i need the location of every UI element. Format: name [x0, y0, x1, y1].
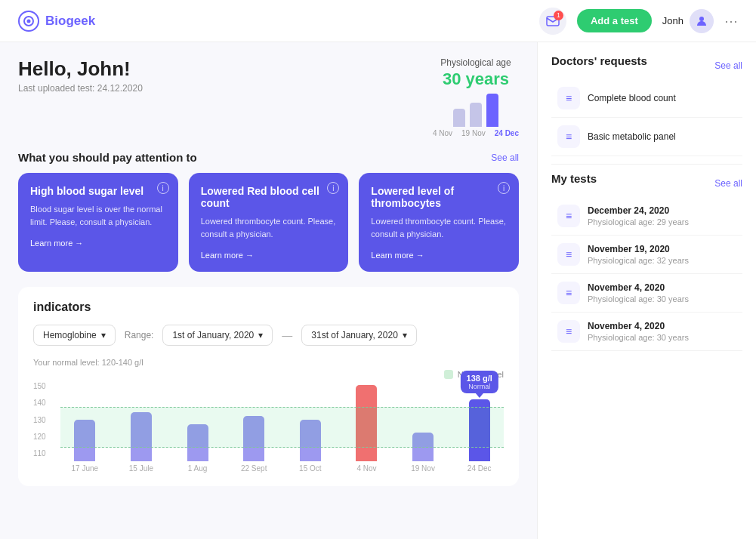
chart-y-axis: 150140130120110 — [33, 382, 56, 457]
my-tests-header: My tests See all — [551, 172, 742, 194]
bar-col-3: 22 Sept — [230, 416, 279, 473]
bar-5[interactable] — [356, 385, 377, 461]
physio-date-2: 24 Dec — [495, 129, 519, 137]
bar-4[interactable] — [300, 420, 321, 461]
physio-label: Physiological age — [433, 57, 519, 68]
svg-point-3 — [699, 17, 704, 21]
attention-title: What you should pay attention to — [18, 151, 197, 164]
request-icon-1: ≡ — [557, 125, 580, 148]
cards-row: i High blood sugar level Blood sugar lev… — [18, 173, 519, 272]
bar-0[interactable] — [74, 420, 95, 461]
test-item-0[interactable]: ≡ December 24, 2020 Physiological age: 2… — [551, 197, 742, 236]
attention-card-2[interactable]: i Lowered level of thrombocytes Lowered … — [359, 173, 519, 272]
indicators-section: indicators Hemoglobine ▾ Range: 1st of J… — [18, 287, 519, 486]
physio-bar-2 — [486, 94, 498, 127]
svg-point-1 — [27, 19, 31, 23]
card-title-0: High blood sugar level — [30, 185, 166, 197]
card-title-2: Lowered level of thrombocytes — [371, 185, 507, 209]
normal-level-note: Your normal level: 120-140 g/l — [33, 358, 504, 367]
doctors-requests-see-all[interactable]: See all — [714, 60, 742, 71]
test-icon-0: ≡ — [557, 205, 580, 227]
test-date-0: December 24, 2020 — [588, 205, 689, 216]
range-label: Range: — [125, 330, 154, 340]
request-item-1[interactable]: ≡ Basic metabolic panel — [551, 118, 742, 156]
my-tests-title: My tests — [551, 172, 597, 185]
chart-wrapper: 150140130120110 17 June15 Jule1 Aug22 Se… — [33, 382, 504, 473]
info-icon-0: i — [157, 182, 169, 194]
bar-2[interactable] — [187, 424, 208, 461]
logo: Biogeek — [18, 11, 95, 32]
bar-1[interactable] — [131, 412, 152, 461]
test-icon-1: ≡ — [557, 243, 580, 266]
request-label-1: Basic metabolic panel — [588, 131, 676, 142]
bar-col-6: 19 Nov — [399, 433, 448, 473]
test-sub-3: Physiological age: 30 years — [588, 333, 689, 342]
bar-label-5: 4 Nov — [356, 464, 376, 473]
bar-3[interactable] — [243, 416, 264, 461]
doctors-requests-title: Doctors' requests — [551, 54, 647, 67]
mail-button[interactable]: 1 — [539, 8, 566, 35]
test-icon-3: ≡ — [557, 320, 580, 343]
test-item-3[interactable]: ≡ November 4, 2020 Physiological age: 30… — [551, 313, 742, 351]
bar-col-1: 15 Jule — [117, 412, 166, 473]
request-icon-0: ≡ — [557, 87, 580, 109]
user-area[interactable]: Jonh — [662, 9, 714, 33]
card-link-0[interactable]: Learn more → — [30, 239, 166, 248]
attention-card-0[interactable]: i High blood sugar level Blood sugar lev… — [18, 173, 178, 272]
physio-widget: Physiological age 30 years 4 Nov19 Nov24… — [433, 57, 519, 137]
card-link-2[interactable]: Learn more → — [371, 251, 507, 260]
bar-col-4: 15 Oct — [286, 420, 335, 473]
physio-value: 30 years — [433, 69, 519, 89]
test-date-1: November 19, 2020 — [588, 244, 689, 254]
user-name: Jonh — [662, 15, 683, 26]
my-tests-see-all[interactable]: See all — [714, 178, 742, 189]
test-icon-2: ≡ — [557, 282, 580, 304]
request-item-0[interactable]: ≡ Complete blood count — [551, 79, 742, 118]
physio-bar-0 — [453, 109, 465, 127]
attention-section-header: What you should pay attention to See all — [18, 151, 519, 164]
bar-7[interactable]: 138 g/lNormal — [469, 399, 490, 461]
my-tests-list: ≡ December 24, 2020 Physiological age: 2… — [551, 197, 742, 351]
greeting-section: Hello, John! Last uploaded test: 24.12.2… — [18, 57, 519, 137]
card-link-1[interactable]: Learn more → — [201, 251, 337, 260]
test-item-2[interactable]: ≡ November 4, 2020 Physiological age: 30… — [551, 274, 742, 313]
info-icon-2: i — [498, 182, 510, 194]
legend-label: Normal level — [458, 370, 504, 379]
test-date-2: November 4, 2020 — [588, 282, 689, 293]
y-axis-label-1: 140 — [33, 399, 56, 407]
bar-label-1: 15 Jule — [129, 464, 153, 473]
card-desc-0: Blood sugar level is over the normal lim… — [30, 203, 166, 228]
last-upload-subtitle: Last uploaded test: 24.12.2020 — [18, 83, 143, 94]
right-panel: Doctors' requests See all ≡ Complete blo… — [537, 42, 756, 539]
card-desc-2: Lowered thrombocyte count. Please, consu… — [371, 215, 507, 240]
indicators-title: indicators — [33, 300, 504, 314]
test-sub-0: Physiological age: 29 years — [588, 217, 689, 226]
bar-col-5: 4 Nov — [342, 385, 391, 473]
logo-icon — [18, 11, 39, 32]
add-test-button[interactable]: Add a test — [577, 9, 652, 32]
logo-text: Biogeek — [45, 14, 95, 29]
y-axis-label-3: 120 — [33, 433, 56, 441]
more-button[interactable]: ⋯ — [724, 14, 738, 28]
test-item-1[interactable]: ≡ November 19, 2020 Physiological age: 3… — [551, 236, 742, 274]
physio-date-0: 4 Nov — [433, 129, 452, 137]
bar-col-0: 17 June — [60, 420, 110, 473]
main-layout: Hello, John! Last uploaded test: 24.12.2… — [0, 42, 756, 539]
greeting-title: Hello, John! — [18, 57, 143, 81]
attention-see-all[interactable]: See all — [491, 152, 519, 163]
header: Biogeek 1 Add a test Jonh ⋯ — [0, 0, 756, 42]
y-axis-label-0: 150 — [33, 382, 56, 390]
attention-card-1[interactable]: i Lowered Red blood cell count Lowered t… — [189, 173, 349, 272]
request-label-0: Complete blood count — [588, 93, 676, 103]
bar-label-2: 1 Aug — [188, 464, 208, 473]
bar-6[interactable] — [412, 433, 434, 461]
range-end-dropdown[interactable]: 31st of January, 2020 ▾ — [301, 325, 417, 346]
test-sub-2: Physiological age: 30 years — [588, 294, 689, 303]
bar-label-0: 17 June — [72, 464, 99, 473]
mail-badge: 1 — [554, 11, 563, 20]
indicator-dropdown[interactable]: Hemoglobine ▾ — [33, 325, 116, 346]
bar-label-6: 19 Nov — [411, 464, 435, 473]
card-title-1: Lowered Red blood cell count — [201, 185, 337, 209]
y-axis-label-2: 130 — [33, 416, 56, 424]
range-start-dropdown[interactable]: 1st of January, 2020 ▾ — [162, 325, 273, 346]
